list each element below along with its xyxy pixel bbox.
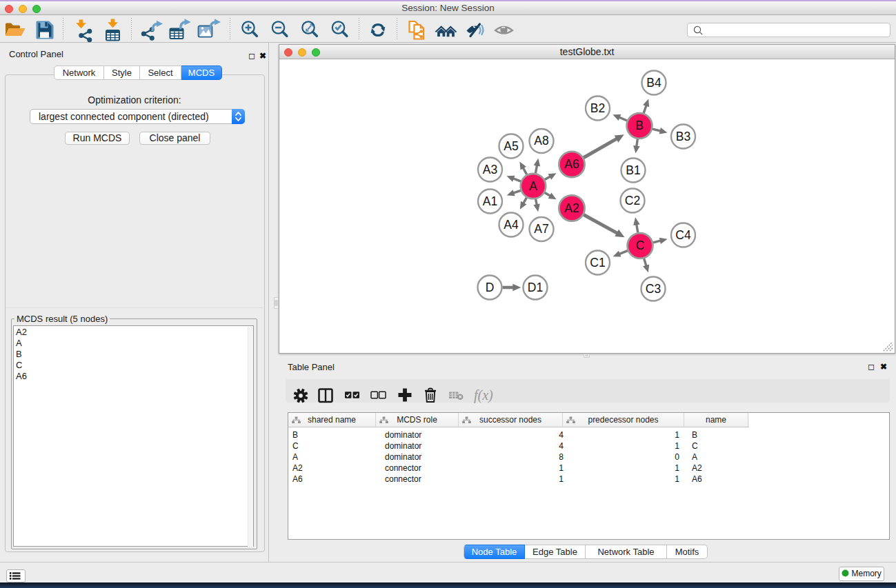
svg-text:A4: A4 [504,218,519,232]
svg-text:C2: C2 [625,194,640,207]
svg-text:A2: A2 [564,201,579,215]
svg-text:B1: B1 [626,163,640,177]
svg-text:A5: A5 [504,139,518,153]
svg-text:C1: C1 [590,256,605,270]
svg-text:B3: B3 [676,130,690,143]
svg-text:B: B [635,119,644,132]
svg-text:A7: A7 [534,222,548,236]
svg-text:B4: B4 [646,76,661,90]
svg-text:D: D [486,281,495,294]
svg-text:A: A [529,179,537,193]
svg-text:A6: A6 [564,157,579,171]
svg-text:D1: D1 [528,281,543,294]
svg-text:C3: C3 [646,282,661,296]
svg-text:A3: A3 [483,163,497,176]
svg-text:A8: A8 [534,134,548,148]
svg-text:C: C [636,239,645,252]
svg-text:B2: B2 [590,101,605,115]
svg-text:f(x): f(x) [474,387,493,403]
svg-text:A1: A1 [483,194,497,208]
svg-text:C4: C4 [675,228,691,242]
